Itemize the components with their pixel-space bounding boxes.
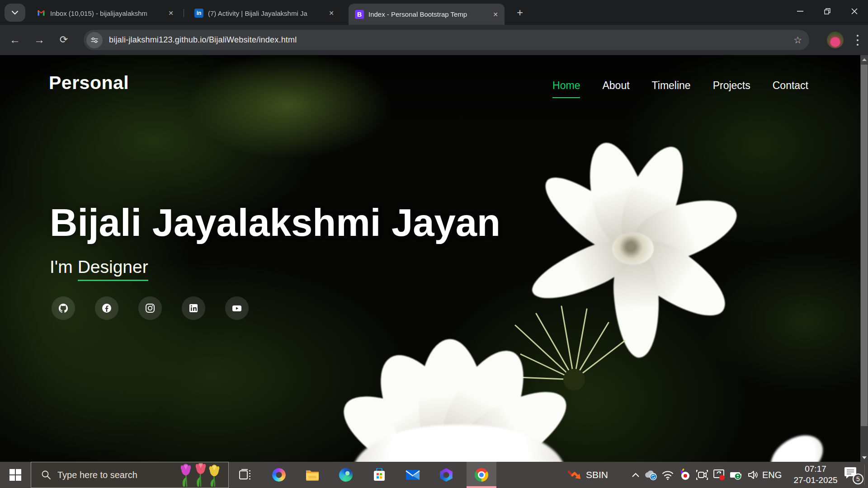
linkedin-icon: [188, 303, 199, 314]
file-explorer-icon: [305, 469, 320, 481]
github-icon: [58, 303, 69, 314]
edge-icon: [339, 468, 353, 482]
stock-ticker-widget[interactable]: SBIN: [568, 462, 608, 488]
store-app-button[interactable]: [364, 462, 394, 488]
close-tab-icon[interactable]: ✕: [490, 9, 501, 20]
gmail-icon: [37, 9, 46, 18]
site-nav: Home About Timeline Projects Contact: [552, 72, 808, 98]
jasmine-bud-corner: [763, 426, 831, 462]
restore-icon: [824, 8, 830, 14]
volume-tray-button[interactable]: [745, 462, 762, 488]
chrome-app-button[interactable]: [467, 462, 496, 488]
nav-home[interactable]: Home: [552, 80, 580, 98]
search-input[interactable]: [57, 470, 170, 480]
window-controls: [787, 0, 868, 23]
file-explorer-app-button[interactable]: [297, 462, 327, 488]
page-scrollbar[interactable]: [860, 55, 868, 462]
site-settings-icon[interactable]: [86, 32, 103, 48]
tab-gmail[interactable]: Inbox (10,015) - bijalijayalakshm ✕: [30, 4, 180, 23]
reload-button[interactable]: ⟳: [54, 30, 73, 49]
tab-title: Index - Personal Bootstrap Temp: [368, 10, 486, 18]
hero-section: Bijali Jayalakshmi Jayan I'm Designer: [50, 202, 500, 277]
mail-app-button[interactable]: [398, 462, 428, 488]
onedrive-tray-button[interactable]: [642, 462, 659, 488]
windows-taskbar: SBIN ENG 07:17 2: [0, 462, 868, 488]
github-link[interactable]: [52, 296, 75, 320]
tagline-intro: I'm: [50, 257, 73, 277]
tab-title: Inbox (10,015) - bijalijayalakshm: [50, 9, 162, 17]
task-view-icon: [239, 469, 252, 481]
linkedin-link[interactable]: [182, 296, 205, 320]
edge-app-button[interactable]: [331, 462, 361, 488]
taskbar-search-box[interactable]: [31, 462, 229, 488]
copilot-icon: [272, 468, 286, 482]
task-view-button[interactable]: [231, 462, 260, 488]
new-tab-button[interactable]: +: [513, 6, 527, 19]
microsoft-store-icon: [373, 468, 386, 482]
search-icon: [41, 470, 51, 480]
windows-logo-icon: [9, 469, 21, 481]
restore-button[interactable]: [814, 0, 841, 23]
close-tab-icon[interactable]: ✕: [326, 8, 337, 19]
mail-icon: [406, 469, 420, 481]
scrollbar-thumb[interactable]: [861, 65, 868, 426]
instagram-link[interactable]: [138, 296, 162, 320]
minimize-button[interactable]: [787, 0, 814, 23]
office-app-button[interactable]: [431, 462, 461, 488]
nav-projects[interactable]: Projects: [713, 80, 750, 98]
close-tab-icon[interactable]: ✕: [165, 8, 176, 19]
social-links: [52, 296, 249, 320]
copilot-app-button[interactable]: [264, 462, 294, 488]
office-icon: [439, 468, 453, 482]
close-window-button[interactable]: [841, 0, 868, 23]
scroll-up-button[interactable]: [860, 55, 868, 64]
wifi-icon: [662, 470, 674, 480]
back-button[interactable]: ←: [5, 30, 24, 49]
language-indicator[interactable]: ENG: [762, 462, 782, 488]
tab-search-button[interactable]: [5, 4, 25, 22]
browser-menu-button[interactable]: [853, 33, 862, 47]
wifi-tray-button[interactable]: [659, 462, 676, 488]
browser-window: Inbox (10,015) - bijalijayalakshm ✕ in (…: [0, 0, 868, 488]
nav-about[interactable]: About: [602, 80, 629, 98]
camera-capture-tray-button[interactable]: [693, 462, 711, 488]
browser-toolbar: ← → ⟳ bijali-jlakshmi123.github.io/Bijal…: [0, 25, 868, 55]
address-bar[interactable]: bijali-jlakshmi123.github.io/BijaliWebsi…: [84, 30, 809, 50]
onedrive-icon: [644, 469, 657, 480]
facebook-link[interactable]: [95, 296, 118, 320]
minimize-icon: [797, 11, 803, 12]
youtube-link[interactable]: [225, 296, 249, 320]
site-brand[interactable]: Personal: [49, 72, 129, 94]
screen-recorder-tray-button[interactable]: [676, 462, 693, 488]
tab-title: (7) Activity | Bijali Jayalakshmi Ja: [208, 9, 322, 17]
notification-badge: 5: [853, 474, 863, 484]
tab-strip: Inbox (10,015) - bijalijayalakshm ✕ in (…: [0, 0, 868, 25]
url-text[interactable]: bijali-jlakshmi123.github.io/BijaliWebsi…: [109, 35, 297, 45]
webpage-viewport: Personal Home About Timeline Projects Co…: [0, 55, 868, 462]
scroll-down-button[interactable]: [860, 453, 868, 462]
display-sync-tray-button[interactable]: [711, 462, 728, 488]
nav-contact[interactable]: Contact: [773, 80, 808, 98]
notification-center-button[interactable]: 5: [844, 466, 865, 486]
tab-active-portfolio[interactable]: B Index - Personal Bootstrap Temp ✕: [349, 4, 505, 25]
hidden-icons-button[interactable]: [627, 462, 644, 488]
tab-linkedin[interactable]: in (7) Activity | Bijali Jayalakshmi Ja …: [188, 4, 340, 23]
show-desktop-divider[interactable]: [864, 465, 865, 485]
profile-avatar[interactable]: [827, 32, 844, 48]
linkedin-icon: in: [194, 9, 203, 18]
tulips-illustration: [179, 463, 225, 487]
battery-tray-button[interactable]: [728, 462, 745, 488]
hero-title: Bijali Jayalakshmi Jayan: [50, 202, 500, 243]
tab-divider: [184, 9, 184, 17]
display-sync-icon: [713, 469, 726, 481]
stock-ticker-label: SBIN: [586, 469, 608, 480]
hero-tagline: I'm Designer: [50, 257, 500, 277]
start-button[interactable]: [0, 462, 31, 488]
youtube-icon: [231, 302, 243, 314]
forward-button[interactable]: →: [30, 30, 49, 49]
clock-widget[interactable]: 07:17 27-01-2025: [786, 462, 845, 488]
bookmark-star-icon[interactable]: ☆: [793, 35, 802, 46]
screen-recorder-icon: [679, 469, 691, 481]
arrow-up-icon: [862, 58, 867, 61]
nav-timeline[interactable]: Timeline: [652, 80, 691, 98]
